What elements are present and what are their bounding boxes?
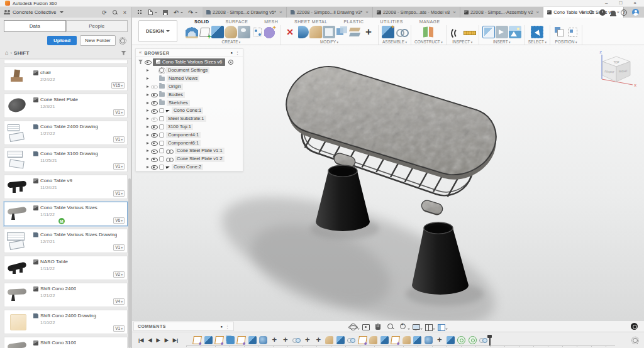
visibility-eye-icon[interactable] xyxy=(151,132,157,138)
tool-icon[interactable] xyxy=(264,26,277,38)
tool-icon[interactable] xyxy=(253,28,262,36)
item-version-dropdown[interactable]: V1 xyxy=(113,136,125,143)
timeline-feature-icon[interactable] xyxy=(314,336,323,344)
user-avatar[interactable] xyxy=(632,9,639,16)
ribbon-tab[interactable]: SURFACE xyxy=(217,19,256,24)
visibility-eye-icon[interactable] xyxy=(151,116,157,122)
nav-tool-icon[interactable] xyxy=(437,323,445,330)
browser-tree-item[interactable]: Steel Substrate:1 xyxy=(136,115,243,123)
timeline-feature-icon[interactable] xyxy=(248,336,257,344)
tool-icon[interactable] xyxy=(225,26,237,38)
tool-icon[interactable] xyxy=(382,26,394,38)
timeline-feature-icon[interactable] xyxy=(413,336,421,344)
document-tab-close-icon[interactable]: × xyxy=(536,9,540,15)
browser-tree-item[interactable]: Cono Cone:2 xyxy=(136,163,243,171)
ribbon-tab[interactable]: MANAGE xyxy=(411,19,448,24)
browser-tree-item[interactable]: Cono Cone:1 xyxy=(136,107,243,115)
undo-icon[interactable]: ↶ xyxy=(174,9,179,16)
playback-button[interactable]: ▶ xyxy=(157,337,160,344)
group-label-select[interactable]: SELECT xyxy=(528,40,547,44)
document-tab[interactable]: 22008 - Simpso...ll Drawing v3* × xyxy=(287,7,373,18)
timeline-feature-icon[interactable] xyxy=(347,336,355,344)
data-panel-item[interactable]: Cone Steel Plate 12/3/21 V1 xyxy=(4,94,128,118)
timeline-feature-icon[interactable] xyxy=(259,336,267,344)
timeline-feature-icon[interactable] xyxy=(380,336,389,344)
nav-tool-caret[interactable] xyxy=(357,329,360,330)
disclosure-triangle-icon[interactable] xyxy=(147,166,149,168)
browser-tree-item[interactable]: Cone Steel Plate v1:2 xyxy=(136,155,243,163)
document-tab[interactable]: 22008 - Simpso...ate - Model v8 × xyxy=(373,7,460,18)
filter-icon[interactable] xyxy=(138,60,143,64)
timeline-feature-icon[interactable] xyxy=(292,336,301,344)
tool-icon[interactable] xyxy=(531,26,543,38)
group-label-insert[interactable]: INSERT xyxy=(493,40,511,44)
home-icon[interactable]: ⌂ xyxy=(5,50,8,56)
nav-tool-icon[interactable] xyxy=(412,323,419,330)
timeline-feature-icon[interactable] xyxy=(469,336,477,344)
disclosure-triangle-icon[interactable] xyxy=(147,117,149,120)
browser-tree-item[interactable]: Sketches xyxy=(136,99,243,107)
timeline-feature-icon[interactable] xyxy=(192,336,202,344)
group-label-assemble[interactable]: ASSEMBLE xyxy=(382,40,407,44)
item-version-dropdown[interactable]: V15 xyxy=(111,82,125,89)
data-panel-item[interactable]: Cono Table Various Sizes Drawing 12/7/21… xyxy=(4,229,128,253)
nav-tool-icon[interactable] xyxy=(362,323,369,330)
tool-icon[interactable] xyxy=(463,26,475,38)
data-panel-item[interactable]: Cono Table 3100 Drawing 11/25/21 V1 xyxy=(4,148,128,172)
disclosure-triangle-icon[interactable] xyxy=(147,102,149,104)
redo-caret[interactable] xyxy=(195,12,197,13)
group-label-inspect[interactable]: INSPECT xyxy=(452,40,472,44)
refresh-icon[interactable]: ⟳ xyxy=(102,9,107,16)
item-version-dropdown[interactable]: V6 xyxy=(113,217,125,224)
playback-button[interactable]: ▶ xyxy=(165,337,169,344)
browser-tree-item[interactable]: Cone Steel Plate v1:1 xyxy=(136,147,243,155)
timeline-feature-icon[interactable] xyxy=(281,336,289,344)
timeline-feature-icon[interactable] xyxy=(270,336,279,344)
document-tab-close-icon[interactable]: × xyxy=(453,9,456,15)
data-panel-item[interactable]: Shift Cono 2400 1/21/22 V4 xyxy=(4,283,128,307)
visibility-eye-icon[interactable] xyxy=(151,92,157,97)
document-tab[interactable]: 22008 - Simps...c Drawing v5* × xyxy=(203,7,287,18)
tool-icon[interactable] xyxy=(509,26,521,38)
data-panel-item[interactable]: Cono Table v9 11/24/21 V1 xyxy=(4,175,128,199)
visibility-eye-icon[interactable] xyxy=(151,164,157,170)
nav-tool-caret[interactable] xyxy=(433,329,435,330)
comments-dot-icon[interactable]: ● xyxy=(220,325,223,329)
help-icon[interactable]: ? xyxy=(621,9,627,16)
file-menu-icon[interactable] xyxy=(148,9,153,15)
nav-tool-icon[interactable] xyxy=(349,323,357,330)
new-folder-button[interactable]: New Folder xyxy=(80,35,116,46)
nav-tool-caret[interactable] xyxy=(420,329,423,330)
ribbon-tab[interactable]: SOLID xyxy=(186,19,217,24)
data-panel-item[interactable]: Shift Cono 3100 11/25/21 V1 xyxy=(4,337,128,348)
timeline-feature-icon[interactable] xyxy=(204,336,213,344)
tool-icon[interactable] xyxy=(309,26,322,38)
team-name[interactable]: Concrete Collective xyxy=(13,9,56,15)
tool-icon[interactable] xyxy=(238,26,250,38)
disclosure-triangle-icon[interactable] xyxy=(147,142,149,144)
group-label-position[interactable]: POSITION xyxy=(555,40,577,44)
tool-icon[interactable] xyxy=(362,26,375,38)
undo-caret[interactable] xyxy=(180,12,183,13)
disclosure-triangle-icon[interactable] xyxy=(147,158,149,160)
sidebar-scrollbar[interactable] xyxy=(128,178,131,348)
tool-icon[interactable] xyxy=(553,26,566,38)
playback-button[interactable]: |◀ xyxy=(138,337,143,344)
breadcrumb-folder[interactable]: SHIFT xyxy=(14,50,30,56)
tool-icon[interactable] xyxy=(199,28,210,37)
tab-people[interactable]: People xyxy=(66,20,128,32)
tool-icon[interactable] xyxy=(323,26,335,38)
timeline-feature-icon[interactable] xyxy=(358,336,367,344)
tool-icon[interactable] xyxy=(395,26,408,38)
timeline-feature-icon[interactable] xyxy=(226,336,235,344)
timeline-feature-icon[interactable] xyxy=(425,336,433,344)
disclosure-triangle-icon[interactable] xyxy=(147,109,149,112)
data-panel-item-partial[interactable] xyxy=(4,60,128,64)
disclosure-triangle-icon[interactable] xyxy=(147,126,149,128)
ribbon-tab[interactable]: MESH xyxy=(256,19,286,24)
group-label-construct[interactable]: CONSTRUCT xyxy=(414,40,443,44)
app-grid-icon[interactable] xyxy=(137,9,143,15)
timeline-feature-icon[interactable] xyxy=(402,336,411,344)
browser-tree-item[interactable]: 3100 Top:1 xyxy=(136,123,243,131)
notifications-bell-icon[interactable] xyxy=(611,11,616,15)
